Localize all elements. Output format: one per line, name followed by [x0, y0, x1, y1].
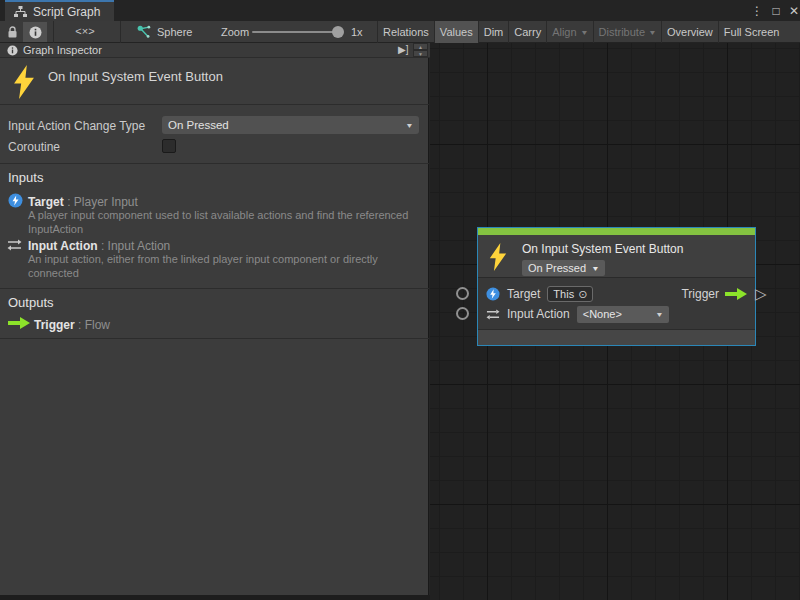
event-bolt-icon [489, 243, 507, 271]
graph-toolbar: <×> Sphere Zoom 1x Relations Values Dim … [0, 21, 800, 43]
trigger-output[interactable]: Trigger [681, 287, 747, 301]
input-port-description: An input action, either from the linked … [28, 252, 424, 280]
zoom-slider-handle[interactable] [332, 26, 344, 38]
zoom-label: Zoom [221, 26, 249, 38]
inputs-heading: Inputs [8, 170, 43, 185]
event-bolt-icon [12, 65, 36, 99]
divider [0, 163, 429, 164]
target-port-label: Target [507, 287, 540, 301]
chevron-down-icon: ▼ [648, 29, 656, 36]
full-screen-button[interactable]: Full Screen [718, 21, 785, 43]
player-input-type-icon [486, 287, 500, 301]
outputs-heading: Outputs [8, 295, 54, 310]
target-port-row: Target This ⊙ Trigger [486, 284, 747, 304]
divider [0, 104, 429, 105]
script-graph-window: Script Graph ⋮ □ ✕ <×> Sphere Zoom [0, 0, 800, 600]
distribute-button[interactable]: Distribute ▼ [593, 21, 661, 43]
expand-panel-icon[interactable]: ▶] [398, 44, 408, 55]
panel-scrollers: ▲ ▼ [413, 43, 428, 58]
lock-icon[interactable] [7, 26, 18, 39]
info-icon [29, 26, 42, 39]
align-button[interactable]: Align ▼ [546, 21, 592, 43]
window-close-icon[interactable]: ✕ [785, 0, 800, 21]
tab-label: Script Graph [33, 5, 100, 19]
window-menu-icon[interactable]: ⋮ [748, 0, 766, 21]
divider [0, 338, 429, 339]
trigger-output-port-icon[interactable]: ▷ [755, 285, 767, 302]
flow-arrow-icon [8, 317, 30, 329]
panel-bottom-border [0, 595, 430, 600]
scroll-up-icon[interactable]: ▲ [413, 43, 428, 50]
code-view-icon[interactable]: <×> [70, 25, 100, 37]
input-action-type-icon [7, 238, 22, 252]
chevron-down-icon: ▼ [405, 122, 413, 129]
output-port-row: Trigger : Flow [34, 315, 110, 333]
flow-arrow-icon [725, 288, 747, 300]
window-maximize-icon[interactable]: □ [767, 0, 785, 21]
input-action-port-label: Input Action [507, 307, 570, 321]
scroll-down-icon[interactable]: ▼ [413, 50, 428, 57]
graph-reference-icon [137, 25, 151, 39]
carry-button[interactable]: Carry [508, 21, 546, 43]
toolbar-button-group: Relations Values Dim Carry Align ▼ Distr… [377, 21, 784, 43]
zoom-slider-track[interactable] [252, 31, 338, 33]
toolbar-divider [120, 21, 121, 43]
coroutine-label: Coroutine [8, 140, 60, 154]
node-body: Target This ⊙ Trigger [478, 278, 755, 329]
input-action-input-port[interactable] [456, 307, 469, 320]
unit-title: On Input System Event Button [48, 69, 223, 84]
chevron-down-icon: ▼ [580, 29, 588, 36]
node-footer [478, 329, 755, 345]
info-icon [7, 45, 18, 56]
inspector-toggle-button[interactable] [23, 22, 47, 42]
graph-canvas[interactable]: On Input System Event Button On Pressed … [430, 43, 800, 600]
change-type-dropdown[interactable]: On Pressed ▼ [162, 116, 419, 134]
input-action-type-icon [486, 308, 500, 321]
event-node[interactable]: On Input System Event Button On Pressed … [477, 227, 756, 346]
divider [0, 288, 429, 289]
player-input-type-icon [8, 193, 23, 208]
input-port-description: A player input component used to list av… [28, 208, 424, 236]
toolbar-divider [53, 21, 54, 43]
dim-button[interactable]: Dim [478, 21, 509, 43]
input-action-port-row: Input Action <None> ▼ [486, 304, 747, 324]
tab-bar: Script Graph ⋮ □ ✕ [0, 0, 800, 21]
target-input-port[interactable] [456, 287, 469, 300]
chevron-down-icon: ▼ [655, 311, 663, 318]
overview-button[interactable]: Overview [661, 21, 718, 43]
node-mode-dropdown[interactable]: On Pressed ▼ [522, 260, 605, 276]
node-title: On Input System Event Button [522, 242, 683, 256]
graph-inspector-header: Graph Inspector ▶] ▲ ▼ [0, 43, 430, 58]
node-accent-bar [478, 228, 755, 235]
graph-hierarchy-icon [14, 6, 27, 18]
object-picker-icon[interactable]: ⊙ [578, 289, 587, 300]
trigger-label: Trigger [681, 287, 719, 301]
target-object-field[interactable]: This ⊙ [547, 286, 593, 302]
node-header[interactable]: On Input System Event Button On Pressed … [478, 235, 755, 278]
tab-script-graph[interactable]: Script Graph [5, 0, 114, 21]
inspector-title: Graph Inspector [23, 44, 102, 56]
coroutine-checkbox[interactable] [162, 139, 176, 153]
change-type-label: Input Action Change Type [8, 119, 145, 133]
graph-name-label[interactable]: Sphere [157, 26, 192, 38]
zoom-value: 1x [351, 26, 363, 38]
graph-inspector-panel: On Input System Event Button Input Actio… [0, 58, 429, 595]
chevron-down-icon: ▼ [591, 265, 599, 272]
input-action-dropdown[interactable]: <None> ▼ [577, 306, 669, 323]
values-button[interactable]: Values [434, 21, 478, 43]
relations-button[interactable]: Relations [377, 21, 434, 43]
